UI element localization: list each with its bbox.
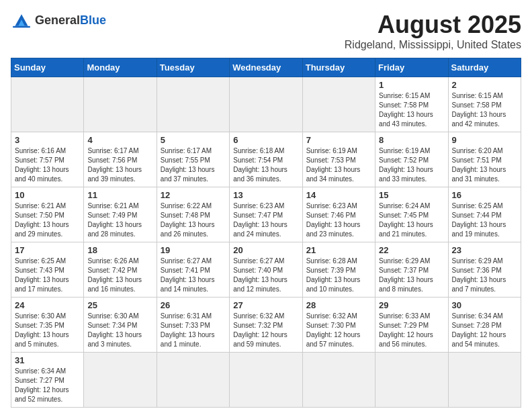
days-of-week-row: SundayMondayTuesdayWednesdayThursdayFrid… [11, 58, 521, 77]
day-cell: 27Sunrise: 6:32 AM Sunset: 7:32 PM Dayli… [230, 298, 302, 353]
day-cell [157, 77, 229, 132]
day-info: Sunrise: 6:19 AM Sunset: 7:52 PM Dayligh… [379, 146, 444, 184]
day-cell [230, 353, 302, 408]
day-cell: 24Sunrise: 6:30 AM Sunset: 7:35 PM Dayli… [11, 298, 84, 353]
day-cell: 2Sunrise: 6:15 AM Sunset: 7:58 PM Daylig… [448, 77, 521, 132]
day-info: Sunrise: 6:16 AM Sunset: 7:57 PM Dayligh… [15, 146, 80, 184]
day-cell: 20Sunrise: 6:27 AM Sunset: 7:40 PM Dayli… [230, 242, 302, 298]
day-number: 22 [379, 245, 444, 255]
day-cell: 11Sunrise: 6:21 AM Sunset: 7:49 PM Dayli… [84, 187, 157, 242]
week-row-5: 24Sunrise: 6:30 AM Sunset: 7:35 PM Dayli… [11, 298, 521, 353]
day-number: 23 [452, 245, 517, 255]
logo: GeneralBlue [11, 11, 106, 30]
day-info: Sunrise: 6:15 AM Sunset: 7:58 PM Dayligh… [452, 91, 517, 129]
day-cell: 10Sunrise: 6:21 AM Sunset: 7:50 PM Dayli… [11, 187, 84, 242]
day-info: Sunrise: 6:25 AM Sunset: 7:44 PM Dayligh… [452, 201, 517, 239]
day-cell: 5Sunrise: 6:17 AM Sunset: 7:55 PM Daylig… [157, 132, 229, 187]
day-info: Sunrise: 6:22 AM Sunset: 7:48 PM Dayligh… [161, 201, 226, 239]
day-info: Sunrise: 6:21 AM Sunset: 7:49 PM Dayligh… [87, 201, 152, 239]
day-cell: 12Sunrise: 6:22 AM Sunset: 7:48 PM Dayli… [157, 187, 229, 242]
day-info: Sunrise: 6:32 AM Sunset: 7:30 PM Dayligh… [306, 312, 371, 349]
day-of-week-friday: Friday [375, 58, 448, 77]
day-number: 12 [161, 190, 226, 200]
day-cell: 25Sunrise: 6:30 AM Sunset: 7:34 PM Dayli… [84, 298, 157, 353]
day-cell: 13Sunrise: 6:23 AM Sunset: 7:47 PM Dayli… [230, 187, 302, 242]
day-cell: 26Sunrise: 6:31 AM Sunset: 7:33 PM Dayli… [157, 298, 229, 353]
week-row-3: 10Sunrise: 6:21 AM Sunset: 7:50 PM Dayli… [11, 187, 521, 242]
day-info: Sunrise: 6:21 AM Sunset: 7:50 PM Dayligh… [15, 201, 80, 239]
day-number: 27 [233, 300, 298, 310]
day-number: 25 [87, 300, 152, 310]
day-cell: 21Sunrise: 6:28 AM Sunset: 7:39 PM Dayli… [302, 242, 375, 298]
day-info: Sunrise: 6:15 AM Sunset: 7:58 PM Dayligh… [379, 91, 444, 129]
day-number: 16 [452, 190, 517, 200]
day-cell [448, 353, 521, 408]
day-number: 6 [233, 135, 298, 145]
day-info: Sunrise: 6:29 AM Sunset: 7:36 PM Dayligh… [452, 257, 517, 294]
calendar: SundayMondayTuesdayWednesdayThursdayFrid… [11, 58, 521, 408]
day-number: 4 [87, 135, 152, 145]
day-cell [11, 77, 84, 132]
day-cell: 31Sunrise: 6:34 AM Sunset: 7:27 PM Dayli… [11, 353, 84, 408]
week-row-6: 31Sunrise: 6:34 AM Sunset: 7:27 PM Dayli… [11, 353, 521, 408]
day-info: Sunrise: 6:27 AM Sunset: 7:40 PM Dayligh… [233, 257, 298, 294]
day-number: 26 [161, 300, 226, 310]
day-cell [375, 353, 448, 408]
day-info: Sunrise: 6:34 AM Sunset: 7:28 PM Dayligh… [452, 312, 517, 349]
week-row-1: 1Sunrise: 6:15 AM Sunset: 7:58 PM Daylig… [11, 77, 521, 132]
calendar-header: SundayMondayTuesdayWednesdayThursdayFrid… [11, 58, 521, 77]
day-number: 1 [379, 80, 444, 90]
day-cell: 16Sunrise: 6:25 AM Sunset: 7:44 PM Dayli… [448, 187, 521, 242]
day-info: Sunrise: 6:27 AM Sunset: 7:41 PM Dayligh… [161, 257, 226, 294]
day-cell: 1Sunrise: 6:15 AM Sunset: 7:58 PM Daylig… [375, 77, 448, 132]
day-number: 2 [452, 80, 517, 90]
day-number: 28 [306, 300, 371, 310]
day-number: 20 [233, 245, 298, 255]
day-info: Sunrise: 6:29 AM Sunset: 7:37 PM Dayligh… [379, 257, 444, 294]
day-cell: 9Sunrise: 6:20 AM Sunset: 7:51 PM Daylig… [448, 132, 521, 187]
day-of-week-saturday: Saturday [448, 58, 521, 77]
day-number: 3 [15, 135, 80, 145]
logo-text: GeneralBlue [35, 13, 106, 28]
main-title: August 2025 [345, 11, 521, 39]
day-number: 7 [306, 135, 371, 145]
day-number: 13 [233, 190, 298, 200]
day-cell: 17Sunrise: 6:25 AM Sunset: 7:43 PM Dayli… [11, 242, 84, 298]
day-info: Sunrise: 6:25 AM Sunset: 7:43 PM Dayligh… [15, 257, 80, 294]
day-info: Sunrise: 6:20 AM Sunset: 7:51 PM Dayligh… [452, 146, 517, 184]
day-cell [84, 353, 157, 408]
day-of-week-tuesday: Tuesday [157, 58, 229, 77]
calendar-body: 1Sunrise: 6:15 AM Sunset: 7:58 PM Daylig… [11, 77, 521, 408]
day-info: Sunrise: 6:18 AM Sunset: 7:54 PM Dayligh… [233, 146, 298, 184]
week-row-2: 3Sunrise: 6:16 AM Sunset: 7:57 PM Daylig… [11, 132, 521, 187]
day-cell: 6Sunrise: 6:18 AM Sunset: 7:54 PM Daylig… [230, 132, 302, 187]
day-number: 17 [15, 245, 80, 255]
day-cell: 22Sunrise: 6:29 AM Sunset: 7:37 PM Dayli… [375, 242, 448, 298]
day-of-week-sunday: Sunday [11, 58, 84, 77]
day-cell: 7Sunrise: 6:19 AM Sunset: 7:53 PM Daylig… [302, 132, 375, 187]
day-info: Sunrise: 6:31 AM Sunset: 7:33 PM Dayligh… [161, 312, 226, 349]
day-cell [302, 353, 375, 408]
day-number: 5 [161, 135, 226, 145]
day-of-week-thursday: Thursday [302, 58, 375, 77]
day-of-week-wednesday: Wednesday [230, 58, 302, 77]
day-info: Sunrise: 6:28 AM Sunset: 7:39 PM Dayligh… [306, 257, 371, 294]
day-info: Sunrise: 6:23 AM Sunset: 7:46 PM Dayligh… [306, 201, 371, 239]
day-info: Sunrise: 6:34 AM Sunset: 7:27 PM Dayligh… [15, 367, 80, 404]
day-number: 10 [15, 190, 80, 200]
day-info: Sunrise: 6:17 AM Sunset: 7:55 PM Dayligh… [161, 146, 226, 184]
day-cell: 8Sunrise: 6:19 AM Sunset: 7:52 PM Daylig… [375, 132, 448, 187]
day-number: 21 [306, 245, 371, 255]
day-cell: 3Sunrise: 6:16 AM Sunset: 7:57 PM Daylig… [11, 132, 84, 187]
day-number: 9 [452, 135, 517, 145]
day-info: Sunrise: 6:33 AM Sunset: 7:29 PM Dayligh… [379, 312, 444, 349]
day-cell: 30Sunrise: 6:34 AM Sunset: 7:28 PM Dayli… [448, 298, 521, 353]
day-cell: 28Sunrise: 6:32 AM Sunset: 7:30 PM Dayli… [302, 298, 375, 353]
day-number: 24 [15, 300, 80, 310]
day-cell: 4Sunrise: 6:17 AM Sunset: 7:56 PM Daylig… [84, 132, 157, 187]
day-number: 14 [306, 190, 371, 200]
day-info: Sunrise: 6:32 AM Sunset: 7:32 PM Dayligh… [233, 312, 298, 349]
day-cell: 23Sunrise: 6:29 AM Sunset: 7:36 PM Dayli… [448, 242, 521, 298]
day-info: Sunrise: 6:24 AM Sunset: 7:45 PM Dayligh… [379, 201, 444, 239]
day-number: 11 [87, 190, 152, 200]
